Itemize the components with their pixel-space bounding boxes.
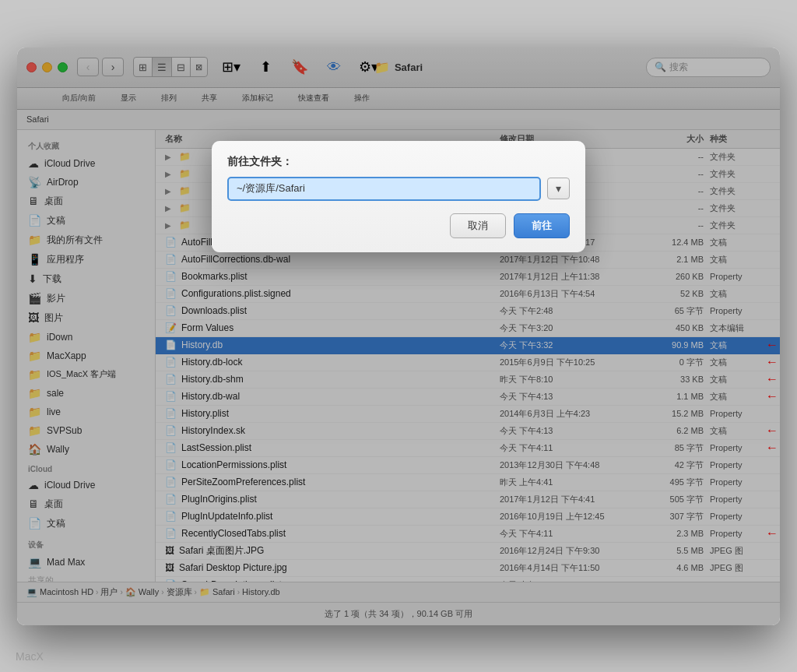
modal-buttons: 取消 前往 xyxy=(212,213,585,252)
goto-confirm-button[interactable]: 前往 xyxy=(514,213,570,238)
modal-overlay: 前往文件夹： ▾ 取消 前往 xyxy=(17,47,780,625)
finder-window: ‹ › ⊞ ☰ ⊟ ⊠ ⊞▾ ⬆ 🔖 👁 ⚙▾ 📁 Safari xyxy=(17,47,780,625)
cancel-button[interactable]: 取消 xyxy=(450,213,506,238)
goto-folder-modal: 前往文件夹： ▾ 取消 前往 xyxy=(212,141,585,252)
modal-title: 前往文件夹： xyxy=(212,141,585,177)
macx-label: MacX xyxy=(16,650,44,663)
dropdown-button[interactable]: ▾ xyxy=(547,178,570,199)
goto-folder-input[interactable] xyxy=(227,177,541,201)
modal-input-row: ▾ xyxy=(212,177,585,213)
